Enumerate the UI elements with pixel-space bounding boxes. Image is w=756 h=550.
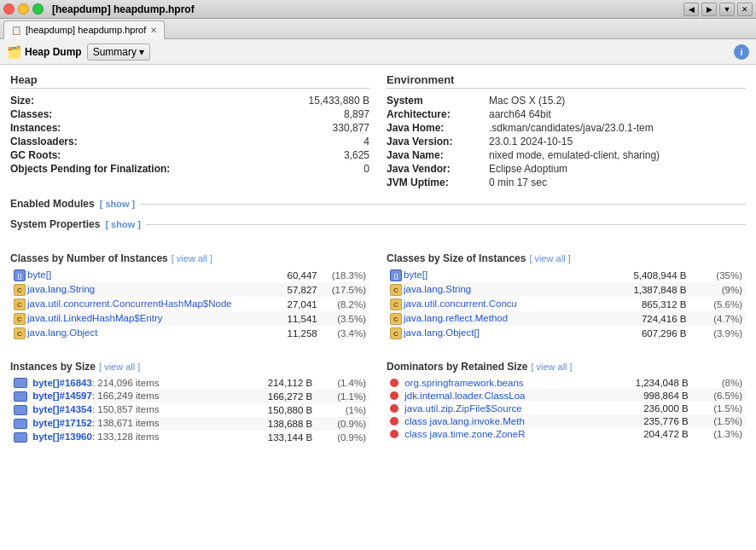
heap-classloaders-row: Classloaders: 4 bbox=[10, 135, 369, 148]
size-cell: 998,864 B bbox=[602, 389, 692, 402]
heap-instances-row: Instances: 330,877 bbox=[10, 121, 369, 135]
class-icon: C bbox=[14, 327, 26, 339]
count-cell: 27,041 bbox=[277, 297, 321, 311]
pct-cell: (1.4%) bbox=[316, 376, 369, 390]
heap-size-value: 15,433,880 B bbox=[309, 95, 369, 107]
table-row[interactable]: byte[]#16843: 214,096 items 214,112 B (1… bbox=[10, 376, 369, 390]
table-row[interactable]: Cjava.util.LinkedHashMap$Entry 11,541 (3… bbox=[10, 311, 369, 326]
table-row[interactable]: Cjava.lang.Object[] 607,296 B (3.9%) bbox=[387, 326, 746, 340]
env-version-row: Java Version: 23.0.1 2024-10-15 bbox=[387, 135, 746, 148]
instances-by-size-view-all[interactable]: [ view all ] bbox=[99, 362, 140, 372]
heap-classes-value: 8,897 bbox=[344, 108, 369, 120]
pct-cell: (1.1%) bbox=[316, 390, 369, 403]
env-arch-row: Architecture: aarch64 64bit bbox=[387, 107, 746, 121]
tab-heapdump[interactable]: 📋 [heapdump] heapdump.hprof ✕ bbox=[3, 20, 165, 39]
table-row[interactable]: class java.lang.invoke.Meth 235,776 B (1… bbox=[387, 414, 746, 427]
table-row[interactable]: Cjava.lang.reflect.Method 724,416 B (4.7… bbox=[387, 311, 746, 326]
table-row[interactable]: org.springframework.beans 1,234,048 B (8… bbox=[387, 376, 746, 389]
dominator-dot-icon bbox=[390, 430, 398, 438]
main-content: Heap Size: 15,433,880 B Classes: 8,897 I… bbox=[0, 65, 756, 550]
env-name-row: Java Name: nixed mode, emulated-client, … bbox=[387, 148, 746, 162]
tab-close-icon[interactable]: ✕ bbox=[150, 26, 157, 35]
enabled-modules-label: Enabled Modules bbox=[10, 198, 95, 210]
classes-by-size-title: Classes by Size of Instances [ view all … bbox=[387, 252, 746, 264]
info-button[interactable]: i bbox=[734, 44, 749, 60]
classes-by-size-label: Classes by Size of Instances bbox=[387, 252, 526, 264]
heap-tab-icon: 📋 bbox=[11, 26, 21, 35]
table-row[interactable]: class java.time.zone.ZoneR 204,472 B (1.… bbox=[387, 427, 746, 440]
table-row[interactable]: []byte[] 60,447 (18.3%) bbox=[10, 268, 369, 282]
table-row[interactable]: byte[]#17152: 138,671 items 138,688 B (0… bbox=[10, 417, 369, 431]
class-icon: C bbox=[390, 298, 402, 310]
minimize-button[interactable] bbox=[18, 3, 29, 14]
nav-more-button[interactable]: ▼ bbox=[719, 3, 735, 16]
classes-by-instances-title: Classes by Number of Instances [ view al… bbox=[10, 252, 369, 264]
maximize-button[interactable] bbox=[32, 3, 44, 14]
env-system-row: System Mac OS X (15.2) bbox=[387, 94, 746, 107]
summary-dropdown[interactable]: Summary ▾ bbox=[87, 43, 150, 61]
dominator-dot-icon bbox=[390, 417, 398, 426]
dominator-name-cell: class java.time.zone.ZoneR bbox=[387, 427, 602, 440]
class-name-cell: Cjava.lang.String bbox=[387, 282, 596, 297]
window-controls bbox=[3, 3, 44, 14]
dominator-name-cell: class java.lang.invoke.Meth bbox=[387, 414, 602, 427]
env-arch-value: aarch64 64bit bbox=[489, 108, 551, 120]
env-vendor-value: Eclipse Adoptium bbox=[489, 163, 567, 175]
table-row[interactable]: Cjava.lang.String 57,827 (17.5%) bbox=[10, 282, 369, 297]
class-name-cell: Cjava.util.concurrent.Concu bbox=[387, 297, 596, 311]
class-icon: C bbox=[390, 313, 402, 325]
table-row[interactable]: byte[]#14597: 166,249 items 166,272 B (1… bbox=[10, 390, 369, 403]
heap-pending-row: Objects Pending for Finalization: 0 bbox=[10, 162, 369, 176]
pct-cell: (1.5%) bbox=[692, 402, 746, 414]
heap-gcroots-row: GC Roots: 3,625 bbox=[10, 148, 369, 162]
pct-cell: (3.4%) bbox=[321, 326, 369, 340]
instance-name-cell: byte[]#14597: 166,249 items bbox=[10, 390, 239, 403]
dominators-label: Dominators by Retained Size bbox=[387, 361, 527, 373]
nav-back-button[interactable]: ◀ bbox=[683, 3, 699, 16]
table-row[interactable]: []byte[] 5,408,944 B (35%) bbox=[387, 268, 746, 282]
classes-by-size-view-all[interactable]: [ view all ] bbox=[529, 253, 570, 263]
nav-close-button[interactable]: ✕ bbox=[737, 3, 753, 16]
classes-by-size-table: []byte[] 5,408,944 B (35%) Cjava.lang.St… bbox=[387, 268, 746, 340]
tab-label: [heapdump] heapdump.hprof bbox=[26, 25, 146, 35]
size-cell: 133,144 B bbox=[239, 431, 317, 444]
environment-section: Environment System Mac OS X (15.2) Archi… bbox=[387, 73, 746, 189]
class-name-cell: []byte[] bbox=[387, 268, 596, 282]
class-icon: C bbox=[14, 298, 26, 310]
table-row[interactable]: byte[]#14354: 150,857 items 150,880 B (1… bbox=[10, 403, 369, 417]
pct-cell: (1%) bbox=[316, 403, 369, 417]
class-name-cell: Cjava.lang.Object[] bbox=[387, 326, 596, 340]
table-row[interactable]: Cjava.lang.Object 11,258 (3.4%) bbox=[10, 326, 369, 340]
dominators-section: Dominators by Retained Size [ view all ]… bbox=[387, 361, 746, 444]
pct-cell: (6.5%) bbox=[692, 389, 746, 402]
dropdown-arrow-icon: ▾ bbox=[139, 46, 144, 58]
dominators-table: org.springframework.beans 1,234,048 B (8… bbox=[387, 376, 746, 440]
close-button[interactable] bbox=[3, 3, 15, 14]
instances-by-size-title: Instances by Size [ view all ] bbox=[10, 361, 369, 373]
env-vendor-row: Java Vendor: Eclipse Adoptium bbox=[387, 162, 746, 176]
heap-gcroots-label: GC Roots: bbox=[10, 149, 61, 161]
system-properties-show[interactable]: [ show ] bbox=[105, 219, 141, 229]
count-cell: 11,541 bbox=[277, 311, 321, 326]
class-name-cell: Cjava.lang.String bbox=[10, 282, 277, 297]
heap-classes-label: Classes: bbox=[10, 108, 52, 120]
summary-label: Summary bbox=[93, 46, 137, 58]
table-row[interactable]: java.util.zip.ZipFile$Source 236,000 B (… bbox=[387, 402, 746, 414]
instance-name-cell: byte[]#16843: 214,096 items bbox=[10, 376, 239, 390]
heap-dump-icon: 🗂️ bbox=[7, 45, 21, 59]
table-row[interactable]: byte[]#13960: 133,128 items 133,144 B (0… bbox=[10, 431, 369, 444]
table-row[interactable]: Cjava.lang.String 1,387,848 B (9%) bbox=[387, 282, 746, 297]
nav-forward-button[interactable]: ▶ bbox=[701, 3, 717, 16]
dominators-view-all[interactable]: [ view all ] bbox=[531, 362, 572, 372]
enabled-modules-show[interactable]: [ show ] bbox=[100, 199, 136, 209]
instance-icon bbox=[14, 432, 27, 443]
dominators-title: Dominators by Retained Size [ view all ] bbox=[387, 361, 746, 373]
classes-by-instances-view-all[interactable]: [ view all ] bbox=[172, 253, 212, 263]
classes-by-instances-label: Classes by Number of Instances bbox=[10, 252, 168, 264]
info-icon: i bbox=[740, 47, 742, 57]
table-row[interactable]: Cjava.util.concurrent.ConcurrentHashMap$… bbox=[10, 297, 369, 311]
array-icon: [] bbox=[390, 269, 402, 281]
table-row[interactable]: Cjava.util.concurrent.Concu 865,312 B (5… bbox=[387, 297, 746, 311]
pct-cell: (5.6%) bbox=[689, 297, 746, 311]
table-row[interactable]: jdk.internal.loader.ClassLoa 998,864 B (… bbox=[387, 389, 746, 402]
